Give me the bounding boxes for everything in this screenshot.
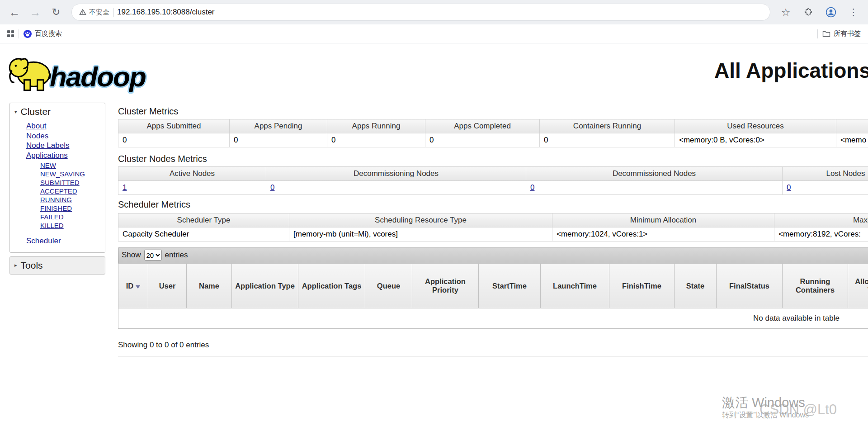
main-content: Cluster Metrics Apps Submitted Apps Pend… (118, 103, 868, 356)
bookmark-label: 百度搜索 (35, 29, 62, 38)
list-item: Applications (26, 151, 105, 161)
sidebar-item-state-killed[interactable]: KILLED (40, 222, 64, 229)
col-header-id[interactable]: ID (118, 264, 148, 308)
sidebar-item-nodes[interactable]: Nodes (26, 132, 48, 140)
col-header-starttime[interactable]: StartTime (479, 264, 541, 308)
collapse-triangle-icon: ▾ (14, 109, 17, 115)
applications-table: ID User Name Application Type Applicatio… (118, 263, 868, 329)
list-item: Nodes (26, 131, 105, 141)
sidebar-item-state-accepted[interactable]: ACCEPTED (40, 187, 77, 195)
col-header-finalstatus[interactable]: FinalStatus (717, 264, 783, 308)
list-item: About (26, 121, 105, 131)
metric-value-cell: 0 (230, 133, 327, 147)
extensions-icon[interactable] (799, 3, 817, 21)
yarn-cluster-page: hadoop All Applications ▾ Cluster About … (0, 43, 868, 431)
col-header-application-tags[interactable]: Application Tags (298, 264, 365, 308)
tools-section-label: Tools (21, 260, 43, 271)
apps-grid-icon[interactable] (7, 30, 14, 37)
col-header-launchtime[interactable]: LaunchTime (541, 264, 609, 308)
cluster-nodes-metrics-table: Active Nodes Decommissioning Nodes Decom… (118, 166, 868, 195)
sidebar-item-state-running[interactable]: RUNNING (40, 196, 72, 204)
col-header-finishtime[interactable]: FinishTime (609, 264, 675, 308)
bookmark-star-icon[interactable]: ☆ (777, 3, 795, 21)
page-length-select[interactable]: 20 (144, 250, 162, 260)
bookmarks-divider-right (817, 29, 818, 38)
active-nodes-link[interactable]: 1 (123, 183, 127, 192)
browser-menu-icon[interactable]: ⋮ (844, 3, 863, 21)
metric-value-cell: 0 (783, 181, 868, 195)
metric-value-cell: 0 (526, 181, 783, 195)
reload-button[interactable]: ↻ (47, 3, 65, 21)
decommissioned-nodes-link[interactable]: 0 (530, 183, 534, 192)
metrics-header-cell: Active Nodes (118, 167, 266, 181)
cluster-section-header[interactable]: ▾ Cluster (10, 103, 105, 120)
baidu-icon (24, 30, 32, 38)
browser-toolbar: ← → ↻ 不安全 192.168.195.10:8088/cluster ☆ (0, 0, 868, 24)
security-label: 不安全 (89, 8, 109, 17)
col-header-name[interactable]: Name (187, 264, 232, 308)
sidebar-item-state-submitted[interactable]: SUBMITTED (40, 179, 80, 186)
tools-panel: ▸ Tools (9, 256, 105, 275)
lost-nodes-link[interactable]: 0 (787, 183, 791, 192)
metric-value-cell: 0 (266, 181, 526, 195)
entries-label: entries (165, 251, 188, 260)
metrics-header-cell: Minimum Allocation (552, 213, 774, 227)
forward-button[interactable]: → (26, 3, 44, 21)
sidebar-item-state-new-saving[interactable]: NEW_SAVING (40, 170, 85, 178)
metric-value-cell: <memory:0 B, vCores:0> (675, 133, 836, 147)
sidebar-item-applications[interactable]: Applications (26, 151, 68, 160)
cluster-metrics-table: Apps Submitted Apps Pending Apps Running… (118, 119, 868, 147)
tools-section-header[interactable]: ▸ Tools (10, 257, 105, 274)
cluster-panel: ▾ Cluster About Nodes Node Labels Applic… (9, 103, 105, 253)
list-item: Scheduler (26, 236, 105, 246)
col-header-queue[interactable]: Queue (365, 264, 412, 308)
page-title: All Applications (714, 58, 868, 83)
site-security-chip[interactable]: 不安全 (79, 8, 109, 17)
sidebar-item-state-failed[interactable]: FAILED (40, 213, 64, 221)
csdn-watermark: CSDN @Lt0 (760, 402, 837, 418)
sidebar-item-state-finished[interactable]: FINISHED (40, 204, 72, 212)
sidebar-item-scheduler[interactable]: Scheduler (26, 237, 61, 245)
cluster-nodes-metrics-heading: Cluster Nodes Metrics (118, 154, 868, 164)
scheduler-metrics-table: Scheduler Type Scheduling Resource Type … (118, 213, 868, 242)
col-header-application-priority[interactable]: Application Priority (412, 264, 479, 308)
profile-avatar[interactable] (822, 3, 840, 21)
address-bar[interactable]: 不安全 192.168.195.10:8088/cluster (71, 4, 770, 21)
metrics-header-cell: Apps Submitted (118, 119, 230, 133)
sidebar-item-node-labels[interactable]: Node Labels (26, 141, 69, 150)
table-bottom-divider (118, 356, 868, 356)
expand-triangle-icon: ▸ (14, 262, 17, 268)
metrics-header-cell: Decommissioning Nodes (266, 167, 526, 181)
metrics-header-cell: Apps Completed (425, 119, 540, 133)
list-item: SUBMITTED (40, 178, 105, 187)
back-button[interactable]: ← (5, 3, 24, 21)
sidebar-item-state-new[interactable]: NEW (40, 161, 56, 169)
col-header-user[interactable]: User (148, 264, 187, 308)
all-bookmarks-button[interactable]: 所有书签 (822, 29, 861, 38)
table-info-text: Showing 0 to 0 of 0 entries (118, 341, 868, 350)
bookmark-baidu[interactable]: 百度搜索 (24, 29, 62, 38)
omnibox-divider (113, 8, 113, 17)
list-item: KILLED (40, 221, 105, 230)
metrics-header-cell: Scheduling Resource Type (289, 213, 552, 227)
col-header-application-type[interactable]: Application Type (232, 264, 298, 308)
table-row: No data available in table (118, 308, 868, 329)
metric-value-cell: [memory-mb (unit=Mi), vcores] (289, 227, 552, 242)
col-header-state[interactable]: State (675, 264, 717, 308)
col-header-running-containers[interactable]: Running Containers (783, 264, 848, 308)
hadoop-logo: hadoop (6, 50, 146, 93)
list-item: NEW (40, 161, 105, 170)
sidebar: ▾ Cluster About Nodes Node Labels Applic… (9, 103, 105, 278)
metrics-header-cell: Used Resources (675, 119, 836, 133)
decommissioning-nodes-link[interactable]: 0 (270, 183, 274, 192)
metric-value-cell: 0 (118, 133, 230, 147)
cluster-section-label: Cluster (21, 106, 51, 117)
url-text[interactable]: 192.168.195.10:8088/cluster (117, 8, 215, 17)
table-length-toolbar: Show 20 entries (118, 247, 868, 263)
hadoop-wordmark: hadoop (50, 64, 146, 93)
metrics-header-cell (836, 119, 868, 133)
col-header-allocated-cpu-vcores[interactable]: Allocated CPU VCores (848, 264, 868, 308)
sidebar-item-about[interactable]: About (26, 122, 46, 130)
list-item: FAILED (40, 213, 105, 221)
metrics-header-cell: Lost Nodes (783, 167, 868, 181)
